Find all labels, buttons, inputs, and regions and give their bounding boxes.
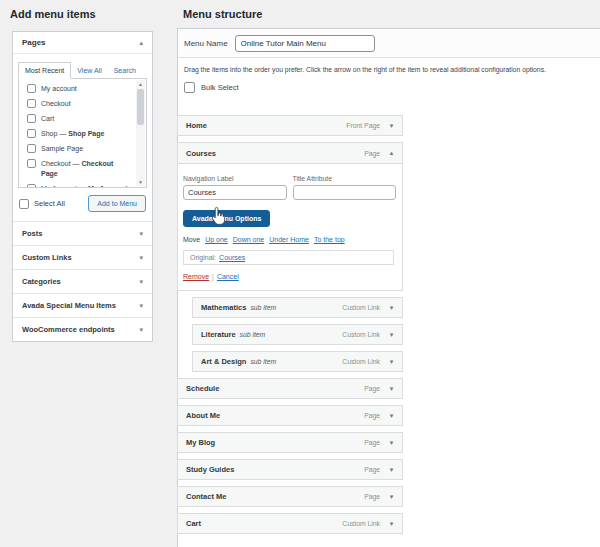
page-checkbox[interactable]	[27, 129, 36, 138]
page-checkbox-row[interactable]: My account	[27, 84, 132, 93]
scroll-up-icon[interactable]: ▲	[138, 80, 143, 88]
cancel-link[interactable]: Cancel	[217, 273, 239, 280]
chevron-down-icon: ▾	[139, 278, 143, 285]
move-up-one-link[interactable]: Up one	[205, 236, 228, 243]
move-row: MoveUp oneDown oneUnder HomeTo the top	[183, 236, 396, 243]
chevron-up-icon[interactable]: ▴	[388, 149, 395, 157]
menu-item-cart[interactable]: Cart Custom Link ▾	[177, 513, 403, 534]
sidebar-section-avada-special-menu-items[interactable]: Avada Special Menu Items ▾	[13, 293, 152, 317]
menu-item-about-me[interactable]: About Me Page ▾	[177, 405, 403, 426]
page-checkbox-row[interactable]: Cart	[27, 114, 132, 123]
navigation-label-input[interactable]	[183, 185, 287, 200]
menu-item-art-design[interactable]: Art & Design sub item Custom Link ▾	[192, 351, 403, 372]
menu-item-schedule[interactable]: Schedule Page ▾	[177, 378, 403, 399]
menu-item-type: Page	[364, 150, 380, 157]
move-down-one-link[interactable]: Down one	[233, 236, 265, 243]
select-all-checkbox[interactable]	[19, 199, 29, 209]
chevron-down-icon[interactable]: ▾	[388, 439, 395, 447]
page-checkbox[interactable]	[27, 159, 36, 168]
menu-item-type: Custom Link	[342, 304, 380, 311]
menu-structure-heading: Menu structure	[183, 8, 262, 20]
move-to-top-link[interactable]: To the top	[314, 236, 345, 243]
sidebar-section-custom-links[interactable]: Custom Links ▾	[13, 245, 152, 269]
add-menu-items-heading: Add menu items	[10, 8, 96, 20]
sidebar-section-woocommerce-endpoints[interactable]: WooCommerce endpoints ▾	[13, 317, 152, 341]
tab-search[interactable]: Search	[108, 63, 142, 78]
menu-name-input[interactable]	[235, 35, 375, 52]
menu-item-type: Front Page	[346, 122, 380, 129]
sidebar-section-categories[interactable]: Categories ▾	[13, 269, 152, 293]
remove-link[interactable]: Remove	[183, 273, 209, 280]
chevron-down-icon[interactable]: ▾	[388, 122, 395, 130]
bulk-select-label: Bulk Select	[201, 83, 239, 92]
navigation-label: Navigation Label	[183, 175, 287, 182]
move-under-home-link[interactable]: Under Home	[269, 236, 309, 243]
tab-most-recent[interactable]: Most Recent	[18, 62, 71, 79]
scroll-down-icon[interactable]: ▼	[138, 178, 143, 186]
chevron-down-icon[interactable]: ▾	[388, 412, 395, 420]
menu-name-label: Menu Name	[184, 39, 228, 48]
chevron-down-icon[interactable]: ▾	[388, 493, 395, 501]
chevron-down-icon[interactable]: ▾	[388, 304, 395, 312]
menu-item-title: Cart	[186, 519, 201, 528]
avada-menu-options-button[interactable]: Avada Menu Options	[183, 210, 270, 227]
chevron-down-icon: ▾	[139, 230, 143, 237]
page-label: Shop —	[41, 130, 68, 137]
page-label: Sample Page	[41, 145, 83, 152]
bulk-select-checkbox[interactable]	[184, 82, 195, 93]
pages-accordion-header[interactable]: Pages ▴	[13, 32, 152, 54]
menu-item-mathematics[interactable]: Mathematics sub item Custom Link ▾	[192, 297, 403, 318]
menu-items-list: Home Front Page ▾ Courses Page ▴ Navigat…	[177, 115, 403, 540]
menu-item-home[interactable]: Home Front Page ▾	[177, 115, 403, 136]
menu-item-literature[interactable]: Literature sub item Custom Link ▾	[192, 324, 403, 345]
page-checkbox[interactable]	[27, 84, 36, 93]
sub-item-label: sub item	[250, 304, 276, 311]
chevron-down-icon[interactable]: ▾	[388, 385, 395, 393]
page-label: Cart	[41, 115, 54, 122]
chevron-down-icon[interactable]: ▾	[388, 520, 395, 528]
page-checkbox-row[interactable]: Checkout	[27, 99, 132, 108]
menu-item-type: Page	[364, 493, 380, 500]
tab-view-all[interactable]: View All	[71, 63, 107, 78]
page-checkbox[interactable]	[27, 114, 36, 123]
page-label: Checkout	[41, 100, 71, 107]
menu-item-type: Page	[364, 466, 380, 473]
page-checkbox[interactable]	[27, 144, 36, 153]
page-checkbox[interactable]	[27, 99, 36, 108]
sidebar-section-posts[interactable]: Posts ▾	[13, 221, 152, 245]
scrollbar[interactable]: ▲ ▼	[136, 80, 145, 186]
select-all-row: Select All Add to Menu	[18, 195, 147, 212]
menu-item-title: Courses	[186, 149, 216, 158]
drag-instructions: Drag the items into the order you prefer…	[184, 66, 595, 73]
menu-item-type: Page	[364, 439, 380, 446]
page-state-label: Shop Page	[68, 130, 104, 137]
chevron-down-icon[interactable]: ▾	[388, 466, 395, 474]
page-checkbox-row[interactable]: Checkout — Checkout Page	[27, 159, 132, 177]
menu-item-courses[interactable]: Courses Page ▴	[178, 143, 402, 164]
original-label: Original:	[190, 254, 216, 261]
original-courses-link[interactable]: Courses	[219, 254, 245, 261]
chevron-up-icon[interactable]: ▴	[139, 39, 143, 46]
page-checkbox-row[interactable]: Sample Page	[27, 144, 132, 153]
scrollbar-thumb[interactable]	[137, 89, 144, 125]
menu-item-type: Custom Link	[342, 358, 380, 365]
menu-item-study-guides[interactable]: Study Guides Page ▾	[177, 459, 403, 480]
page-checkbox-row[interactable]: My Account — My AccountPage	[27, 184, 132, 188]
section-label: Custom Links	[22, 253, 72, 262]
add-to-menu-button[interactable]: Add to Menu	[88, 195, 146, 212]
title-attribute-input[interactable]	[293, 185, 397, 200]
menu-item-contact-me[interactable]: Contact Me Page ▾	[177, 486, 403, 507]
page-checkbox[interactable]	[27, 184, 36, 188]
chevron-down-icon[interactable]: ▾	[388, 331, 395, 339]
select-all-label: Select All	[34, 199, 65, 208]
remove-cancel-row: Remove|Cancel	[183, 273, 396, 280]
menu-item-my-blog[interactable]: My Blog Page ▾	[177, 432, 403, 453]
page-checkbox-row[interactable]: Shop — Shop Page	[27, 129, 132, 138]
chevron-down-icon[interactable]: ▾	[388, 358, 395, 366]
menu-item-title: Mathematics	[201, 303, 246, 312]
menu-item-title: Study Guides	[186, 465, 234, 474]
page-label: My Account —	[41, 185, 88, 188]
pages-accordion-label: Pages	[22, 38, 46, 47]
menu-item-title: Schedule	[186, 384, 219, 393]
chevron-down-icon: ▾	[139, 254, 143, 261]
